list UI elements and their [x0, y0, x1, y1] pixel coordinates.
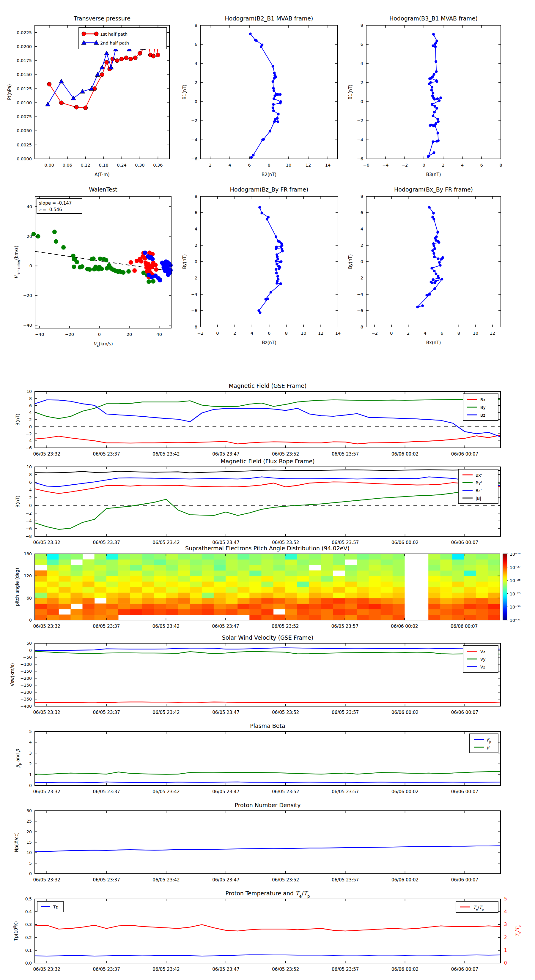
time-tick-label: 06/05 23:52	[272, 967, 299, 972]
heatmap-cell	[202, 581, 214, 587]
heatmap-cell	[285, 614, 297, 620]
heatmap-cell	[225, 587, 238, 593]
heatmap-cell	[393, 609, 405, 615]
x-tick-label: −2	[402, 163, 408, 167]
heatmap-cell	[238, 592, 250, 598]
x-tick-label: 2	[442, 163, 444, 167]
heatmap-cell	[393, 614, 405, 620]
heatmap-cell	[118, 592, 131, 598]
heatmap-cell	[142, 581, 154, 587]
heatmap-cell	[166, 581, 178, 587]
plot-frame	[366, 196, 501, 327]
heatmap-cell	[345, 603, 357, 609]
heatmap-cell	[70, 554, 83, 560]
heatmap-cell	[428, 571, 441, 576]
heatmap-cell	[285, 609, 297, 615]
data-point	[83, 106, 88, 110]
panel-hodogram-bx-by: Hodogram(Bx_By FR frame)−2024681012−8−6−…	[348, 186, 501, 345]
heatmap-cell	[238, 609, 250, 615]
y-tick-label: 10	[26, 465, 32, 469]
panel-hodogram-bz-by: Hodogram(Bz_By FR frame)−202468101214−8−…	[182, 186, 341, 345]
y-tick-label: −4	[357, 137, 363, 142]
y-tick-label: 0.5	[25, 897, 32, 901]
colorbar-label: 10⁻³⁰	[510, 605, 521, 609]
heatmap-cell	[464, 603, 476, 609]
legend-frame	[470, 734, 498, 753]
x-tick-label: 40	[157, 332, 162, 337]
heatmap-cell	[476, 554, 488, 560]
heatmap-cell	[273, 571, 286, 576]
heatmap-cell	[345, 598, 357, 604]
heatmap-cell	[285, 587, 297, 593]
heatmap-cell	[261, 587, 273, 593]
data-point	[432, 212, 435, 215]
y-tick-label: 0.4	[25, 909, 32, 914]
y-tick-label-right: 5	[504, 896, 507, 902]
heatmap-cell	[214, 598, 226, 604]
x-tick-label: 8	[267, 163, 270, 167]
data-point	[151, 279, 155, 283]
data-point	[99, 266, 104, 271]
x-tick-label: 4	[461, 163, 464, 167]
heatmap-cell	[273, 603, 286, 609]
data-point	[431, 92, 434, 94]
x-tick-label: 14	[335, 331, 341, 336]
heatmap-cell	[35, 598, 47, 604]
heatmap-cell	[225, 571, 238, 576]
legend: 1st half path2nd half path	[79, 28, 167, 49]
heatmap-cell	[249, 554, 262, 560]
data-point	[434, 45, 437, 48]
heatmap-cell	[142, 576, 154, 581]
time-tick-label: 06/06 00:07	[451, 710, 478, 715]
data-point	[432, 33, 435, 36]
heatmap-cell	[83, 565, 95, 571]
heatmap-cell	[273, 581, 286, 587]
data-point	[433, 73, 436, 76]
data-point	[276, 93, 279, 96]
heatmap-cell	[238, 565, 250, 571]
time-tick-label: 06/06 00:02	[391, 967, 418, 972]
heatmap-cell	[47, 603, 59, 609]
heatmap-cell	[488, 581, 500, 587]
heatmap-cell	[225, 576, 238, 581]
heatmap-cell	[238, 554, 250, 560]
y-axis-label: B1(nT)	[348, 84, 353, 100]
data-point	[433, 111, 436, 113]
heatmap-cell	[47, 609, 59, 615]
heatmap-cell	[166, 587, 178, 593]
heatmap-cell	[309, 598, 321, 604]
heatmap-cell	[118, 609, 131, 615]
heatmap-cell	[178, 609, 190, 615]
heatmap-cell	[83, 571, 95, 576]
series-hodogram-path	[257, 206, 284, 314]
y-tick-label: 6	[29, 480, 32, 485]
data-point	[249, 32, 252, 35]
heatmap-cell	[357, 598, 369, 604]
x-tick-label: 6	[480, 163, 483, 167]
y-tick-label: 10	[26, 850, 32, 855]
x-tick-label: 0.12	[81, 163, 90, 167]
heatmap-cell	[202, 554, 214, 560]
heatmap-cell	[142, 603, 154, 609]
heatmap-cell	[321, 614, 333, 620]
heatmap-cell	[142, 592, 154, 598]
x-tick-label: 0	[98, 332, 101, 337]
data-point	[277, 113, 280, 115]
x-tick-label: 12	[318, 331, 323, 336]
legend-label: Vz	[480, 665, 485, 669]
data-point	[434, 60, 437, 63]
heatmap-cell	[309, 614, 321, 620]
heatmap-cell	[118, 571, 131, 576]
heatmap-cell	[59, 603, 71, 609]
heatmap-cell	[238, 560, 250, 565]
data-point	[91, 256, 96, 261]
heatmap-cell	[47, 554, 59, 560]
y-tick-label: 30	[26, 808, 32, 813]
series-Vz	[35, 648, 500, 651]
y-tick-label: −40	[23, 323, 32, 328]
heatmap-cell	[178, 598, 190, 604]
heatmap-cell	[381, 565, 393, 571]
chart-title: WalenTest	[89, 186, 117, 193]
y-tick-label: 0	[29, 503, 32, 508]
series-line	[259, 207, 283, 313]
